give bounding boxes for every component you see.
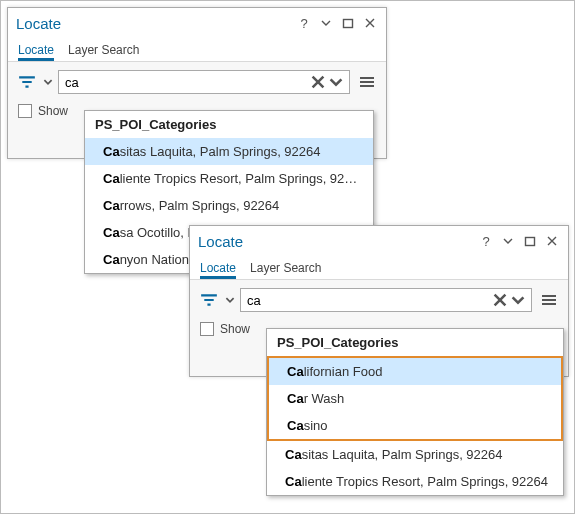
search-dropdown-icon[interactable] <box>327 73 345 91</box>
suggestions-dropdown: PS_POI_Categories Californian FoodCar Wa… <box>266 328 564 496</box>
search-input-container <box>240 288 532 312</box>
locate-panel-1: Locate ? Locate Layer Search <box>7 7 387 159</box>
tab-locate[interactable]: Locate <box>200 261 236 279</box>
highlighted-group: Californian FoodCar WashCasino <box>267 356 563 441</box>
filter-dropdown-icon[interactable] <box>42 71 54 93</box>
search-dropdown-icon[interactable] <box>509 291 527 309</box>
search-input[interactable] <box>63 75 309 90</box>
filter-icon[interactable] <box>198 289 220 311</box>
chevron-down-icon[interactable] <box>316 13 336 33</box>
panel-title: Locate <box>198 233 474 250</box>
suggestion-item[interactable]: Casitas Laquita, Palm Springs, 92264 <box>267 441 563 468</box>
suggestion-item[interactable]: Casitas Laquita, Palm Springs, 92264 <box>85 138 373 165</box>
tab-locate[interactable]: Locate <box>18 43 54 61</box>
svg-rect-1 <box>526 238 535 246</box>
titlebar: Locate ? <box>8 8 386 38</box>
tab-bar: Locate Layer Search <box>190 256 568 280</box>
svg-rect-0 <box>344 20 353 28</box>
titlebar: Locate ? <box>190 226 568 256</box>
chevron-down-icon[interactable] <box>498 231 518 251</box>
search-row <box>16 70 378 94</box>
suggestion-item[interactable]: Carrows, Palm Springs, 92264 <box>85 192 373 219</box>
help-icon[interactable]: ? <box>476 231 496 251</box>
menu-icon[interactable] <box>356 71 378 93</box>
help-icon[interactable]: ? <box>294 13 314 33</box>
suggestion-item[interactable]: Casino <box>269 412 561 439</box>
search-row <box>198 288 560 312</box>
tab-bar: Locate Layer Search <box>8 38 386 62</box>
show-checkbox[interactable] <box>18 104 32 118</box>
suggestion-item[interactable]: Caliente Tropics Resort, Palm Springs, 9… <box>267 468 563 495</box>
maximize-icon[interactable] <box>520 231 540 251</box>
tab-layer-search[interactable]: Layer Search <box>68 43 139 61</box>
suggestion-item[interactable]: Caliente Tropics Resort, Palm Springs, 9… <box>85 165 373 192</box>
close-icon[interactable] <box>542 231 562 251</box>
menu-icon[interactable] <box>538 289 560 311</box>
panel-title: Locate <box>16 15 292 32</box>
show-checkbox[interactable] <box>200 322 214 336</box>
show-label: Show <box>220 322 250 336</box>
clear-icon[interactable] <box>309 73 327 91</box>
search-input[interactable] <box>245 293 491 308</box>
clear-icon[interactable] <box>491 291 509 309</box>
dropdown-list: Casitas Laquita, Palm Springs, 92264Cali… <box>267 441 563 495</box>
search-input-container <box>58 70 350 94</box>
filter-icon[interactable] <box>16 71 38 93</box>
tab-layer-search[interactable]: Layer Search <box>250 261 321 279</box>
show-label: Show <box>38 104 68 118</box>
dropdown-header: PS_POI_Categories <box>267 329 563 356</box>
close-icon[interactable] <box>360 13 380 33</box>
suggestion-item[interactable]: Californian Food <box>269 358 561 385</box>
maximize-icon[interactable] <box>338 13 358 33</box>
filter-dropdown-icon[interactable] <box>224 289 236 311</box>
locate-panel-2: Locate ? Locate Layer Search <box>189 225 569 377</box>
dropdown-header: PS_POI_Categories <box>85 111 373 138</box>
suggestion-item[interactable]: Car Wash <box>269 385 561 412</box>
